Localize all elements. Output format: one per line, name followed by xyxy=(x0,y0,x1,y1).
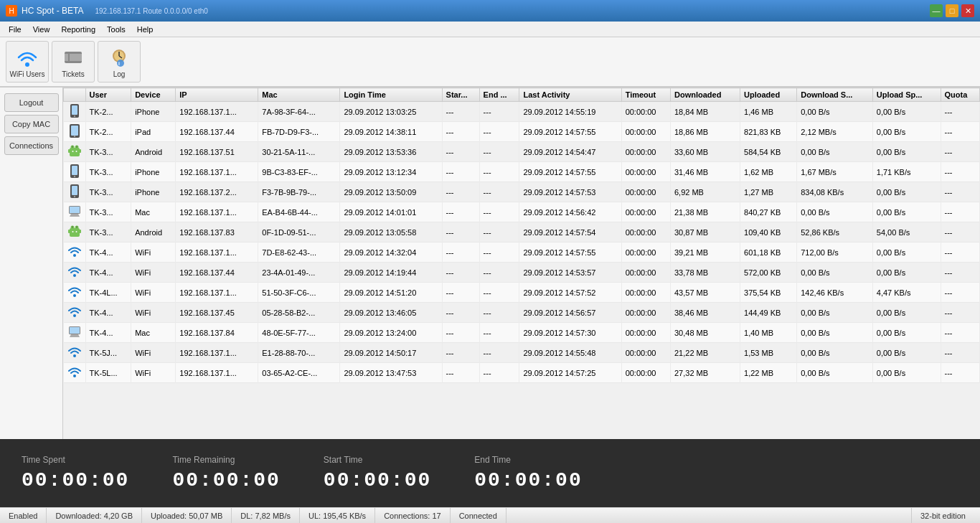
cell-last: 29.09.2012 14:57:30 xyxy=(519,323,621,343)
cell-user: TK-3... xyxy=(85,182,131,202)
table-row[interactable]: TK-4... WiFi 192.168.137.44 23-4A-01-49-… xyxy=(64,263,980,283)
col-header-dl[interactable]: Downloaded xyxy=(670,88,740,102)
cell-quota: --- xyxy=(941,283,979,303)
end-time-group: End Time 00:00:00 xyxy=(474,455,582,491)
svg-rect-40 xyxy=(79,230,81,233)
col-header-timeout[interactable]: Timeout xyxy=(621,88,670,102)
table-row[interactable]: TK-3... iPhone 192.168.137.1... 9B-C3-83… xyxy=(64,162,980,182)
table-row[interactable]: TK-3... Android 192.168.137.51 30-21-5A-… xyxy=(64,142,980,162)
tickets-button[interactable]: Tickets xyxy=(52,41,95,83)
cell-quota: --- xyxy=(941,202,979,222)
cell-timeout: 00:00:00 xyxy=(621,162,670,182)
table-row[interactable]: TK-2... iPhone 192.168.137.1... 7A-98-3F… xyxy=(64,102,980,122)
connections-button[interactable]: Connections xyxy=(4,136,59,155)
cell-dls: 1,67 MB/s xyxy=(797,162,873,182)
time-spent-value: 00:00:00 xyxy=(22,469,129,491)
menu-view[interactable]: View xyxy=(27,24,56,35)
col-header-start[interactable]: Star... xyxy=(442,88,479,102)
copy-mac-button[interactable]: Copy MAC xyxy=(4,115,59,133)
svg-point-27 xyxy=(73,175,75,176)
cell-last: 29.09.2012 14:57:55 xyxy=(519,122,621,142)
cell-ul: 572,00 KB xyxy=(740,263,797,283)
svg-point-15 xyxy=(73,135,75,136)
cell-mac: E1-28-88-70-... xyxy=(258,343,340,363)
col-header-device[interactable]: Device xyxy=(131,88,176,102)
table-row[interactable]: TK-2... iPad 192.168.137.44 FB-7D-D9-F3-… xyxy=(64,122,980,142)
cell-login: 29.09.2012 13:03:25 xyxy=(340,102,442,122)
col-header-quota[interactable]: Quota xyxy=(941,88,979,102)
col-header-dls[interactable]: Download S... xyxy=(797,88,873,102)
cell-ip: 192.168.137.51 xyxy=(176,142,258,162)
cell-end: --- xyxy=(479,222,519,242)
time-remaining-group: Time Remaining 00:00:00 xyxy=(172,455,280,491)
table-row[interactable]: TK-5J... WiFi 192.168.137.1... E1-28-88-… xyxy=(64,343,980,363)
svg-point-44 xyxy=(73,274,76,277)
table-row[interactable]: TK-3... Android 192.168.137.83 0F-1D-09-… xyxy=(64,222,980,242)
col-header-user[interactable]: User xyxy=(85,88,131,102)
cell-ul: 1,27 MB xyxy=(740,182,797,202)
cell-mac: 7A-98-3F-64-... xyxy=(258,102,340,122)
col-header-end[interactable]: End ... xyxy=(479,88,519,102)
col-header-icon[interactable] xyxy=(64,88,86,102)
cell-dl: 43,57 MB xyxy=(670,283,740,303)
table-row[interactable]: TK-3... Mac 192.168.137.1... EA-B4-6B-44… xyxy=(64,202,980,222)
cell-login: 29.09.2012 13:47:53 xyxy=(340,363,442,383)
table-row[interactable]: TK-4L... WiFi 192.168.137.1... 51-50-3F-… xyxy=(64,283,980,303)
maximize-button[interactable]: □ xyxy=(946,4,958,17)
table-row[interactable]: TK-3... iPhone 192.168.137.2... F3-7B-9B… xyxy=(64,182,980,202)
table-row[interactable]: TK-4... WiFi 192.168.137.1... 7D-E8-62-4… xyxy=(64,242,980,263)
svg-rect-39 xyxy=(68,230,70,233)
cell-mac: 05-28-58-B2-... xyxy=(258,303,340,323)
col-header-last[interactable]: Last Activity xyxy=(519,88,621,102)
cell-start: --- xyxy=(442,222,479,242)
titlebar-left: H HC Spot - BETA 192.168.137.1 Route 0.0… xyxy=(6,5,208,17)
cell-login: 29.09.2012 13:46:05 xyxy=(340,303,442,323)
device-icon-cell xyxy=(64,202,86,222)
svg-point-23 xyxy=(72,151,73,152)
cell-start: --- xyxy=(442,363,479,383)
close-button[interactable]: ✕ xyxy=(961,4,974,17)
minimize-button[interactable]: — xyxy=(930,4,943,17)
cell-uls: 0,00 B/s xyxy=(872,343,941,363)
cell-timeout: 00:00:00 xyxy=(621,323,670,343)
log-button[interactable]: i Log xyxy=(98,41,141,83)
svg-rect-26 xyxy=(72,166,77,175)
device-icon-cell xyxy=(64,323,86,343)
cell-device: WiFi xyxy=(131,363,176,383)
col-header-mac[interactable]: Mac xyxy=(258,88,340,102)
cell-quota: --- xyxy=(941,242,979,263)
cell-end: --- xyxy=(479,283,519,303)
time-remaining-value: 00:00:00 xyxy=(172,469,280,491)
app-icon: H xyxy=(6,5,17,17)
table-row[interactable]: TK-5L... WiFi 192.168.137.1... 03-65-A2-… xyxy=(64,363,980,383)
logout-button[interactable]: Logout xyxy=(4,93,59,112)
menu-file[interactable]: File xyxy=(3,24,27,35)
table-row[interactable]: TK-4... WiFi 192.168.137.45 05-28-58-B2-… xyxy=(64,303,980,323)
cell-end: --- xyxy=(479,162,519,182)
statusbar: Enabled Downloaded: 4,20 GB Uploaded: 50… xyxy=(0,507,980,523)
menu-tools[interactable]: Tools xyxy=(101,24,131,35)
col-header-ip[interactable]: IP xyxy=(176,88,258,102)
svg-rect-16 xyxy=(70,148,80,156)
device-icon-cell xyxy=(64,162,86,182)
cell-timeout: 00:00:00 xyxy=(621,263,670,283)
menu-reporting[interactable]: Reporting xyxy=(55,24,101,35)
cell-mac: 51-50-3F-C6-... xyxy=(258,283,340,303)
col-header-ul[interactable]: Uploaded xyxy=(740,88,797,102)
wifi-users-button[interactable]: WiFi Users xyxy=(6,41,49,83)
cell-mac: FB-7D-D9-F3-... xyxy=(258,122,340,142)
table-row[interactable]: TK-4... Mac 192.168.137.84 48-0E-5F-77-.… xyxy=(64,323,980,343)
cell-dls: 834,08 KB/s xyxy=(797,182,873,202)
cell-end: --- xyxy=(479,182,519,202)
col-header-uls[interactable]: Upload Sp... xyxy=(872,88,941,102)
cell-uls: 0,00 B/s xyxy=(872,263,941,283)
cell-user: TK-4... xyxy=(85,263,131,283)
cell-last: 29.09.2012 14:57:53 xyxy=(519,182,621,202)
ticket-icon xyxy=(62,46,85,69)
col-header-login[interactable]: Login Time xyxy=(340,88,442,102)
cell-timeout: 00:00:00 xyxy=(621,283,670,303)
cell-ul: 840,27 KB xyxy=(740,202,797,222)
user-table-container[interactable]: User Device IP Mac Login Time Star... En… xyxy=(63,88,980,439)
menu-help[interactable]: Help xyxy=(131,24,159,35)
window-controls[interactable]: — □ ✕ xyxy=(930,4,974,17)
